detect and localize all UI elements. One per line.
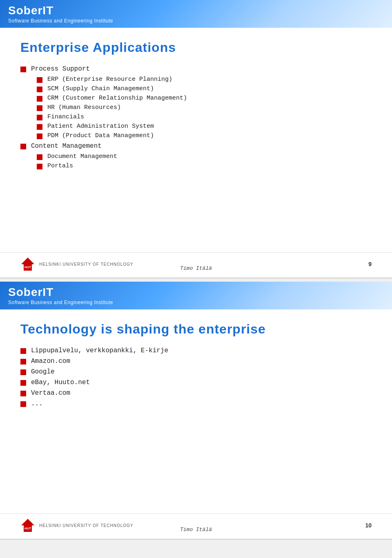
list-item: Patient Administration System	[37, 123, 372, 130]
bullet-icon	[20, 369, 26, 375]
bullet-icon	[37, 105, 42, 111]
list-item: eBay, Huuto.net	[20, 379, 372, 386]
bullet-icon	[37, 96, 42, 102]
bullet-icon	[20, 67, 26, 72]
list-item: Vertaa.com	[20, 389, 372, 397]
footer-author: Timo Itälä	[180, 527, 212, 533]
item-label: Google	[31, 368, 55, 376]
sub-item-label: Document Management	[47, 153, 117, 160]
slide-2-header: SoberIT Software Business and Engineerin…	[0, 282, 392, 309]
bullet-icon	[20, 391, 26, 396]
sub-list-container-content: Document Management Portals	[20, 153, 372, 169]
list-item-label: Content Management	[31, 142, 102, 150]
sub-item-label: CRM (Customer Relationship Management)	[47, 95, 187, 102]
slide-1-header: SoberIT Software Business and Engineerin…	[0, 0, 392, 28]
list-item-content-management: Content Management	[20, 142, 372, 150]
list-item: Google	[20, 368, 372, 376]
list-item: ERP (Enterprise Resource Planning)	[37, 76, 372, 83]
bullet-icon	[37, 133, 42, 139]
list-item: PDM (Product Data Management)	[37, 132, 372, 139]
hut-logo-icon: HUT	[20, 518, 35, 533]
bullet-icon	[37, 164, 42, 169]
bullet-icon	[20, 359, 26, 365]
item-label: Lippupalvelu, verkkopankki, E-kirje	[31, 347, 168, 354]
bullet-icon	[20, 348, 26, 354]
footer-logo-area: HUT HELSINKI UNIVERSITY OF TECHNOLOGY	[20, 257, 133, 271]
slide-2-footer: HUT HELSINKI UNIVERSITY OF TECHNOLOGY Ti…	[0, 514, 392, 539]
bullet-icon	[20, 401, 26, 407]
sub-item-label: Patient Administration System	[47, 123, 154, 130]
bullet-icon	[20, 380, 26, 386]
svg-text:HUT: HUT	[24, 527, 31, 530]
list-item: Amazon.com	[20, 358, 372, 365]
sub-item-label: ERP (Enterprise Resource Planning)	[47, 76, 172, 83]
footer-page: 9	[368, 261, 372, 267]
brand: SoberIT Software Business and Engineerin…	[8, 286, 113, 305]
brand-subtitle: Software Business and Engineering Instit…	[8, 18, 113, 24]
slide2-main-list: Lippupalvelu, verkkopankki, E-kirje Amaz…	[20, 347, 372, 407]
list-item: SCM (Supply Chain Management)	[37, 85, 372, 92]
university-name: HELSINKI UNIVERSITY OF TECHNOLOGY	[39, 523, 133, 528]
item-label: eBay, Huuto.net	[31, 379, 90, 386]
list-item: CRM (Customer Relationship Management)	[37, 95, 372, 102]
brand: SoberIT Software Business and Engineerin…	[8, 4, 113, 24]
svg-text:HUT: HUT	[24, 265, 31, 269]
slide-1-footer: HUT HELSINKI UNIVERSITY OF TECHNOLOGY Ti…	[0, 252, 392, 278]
list-item-process-support: Process Support	[20, 65, 372, 73]
footer-logo-area: HUT HELSINKI UNIVERSITY OF TECHNOLOGY	[20, 518, 133, 533]
list-item-label: Process Support	[31, 65, 90, 73]
bullet-icon	[20, 144, 26, 149]
bullet-icon	[37, 154, 42, 160]
sub-item-label: PDM (Product Data Management)	[47, 132, 154, 139]
bullet-icon	[37, 124, 42, 130]
hut-logo-icon: HUT	[20, 257, 35, 271]
slide-2: SoberIT Software Business and Engineerin…	[0, 282, 392, 540]
footer-page: 10	[365, 522, 372, 529]
list-item: Portals	[37, 162, 372, 169]
brand-title: SoberIT	[8, 4, 113, 17]
sub-list-container-process: ERP (Enterprise Resource Planning) SCM (…	[20, 76, 372, 139]
sub-list-process: ERP (Enterprise Resource Planning) SCM (…	[37, 76, 372, 139]
slide-1: SoberIT Software Business and Engineerin…	[0, 0, 392, 278]
slide-1-title: Enterprise Applications	[20, 40, 372, 55]
sub-item-label: SCM (Supply Chain Management)	[47, 85, 154, 92]
item-label: ...	[31, 400, 43, 407]
slide-1-content: Enterprise Applications Process Support …	[0, 28, 392, 252]
slide-2-title: Technology is shaping the enterprise	[20, 322, 372, 337]
item-label: Amazon.com	[31, 358, 70, 365]
list-item: Document Management	[37, 153, 372, 160]
sub-item-label: HR (Human Resources)	[47, 104, 121, 111]
list-item: Financials	[37, 113, 372, 120]
footer-author: Timo Itälä	[180, 265, 212, 271]
sub-list-content: Document Management Portals	[37, 153, 372, 169]
university-name: HELSINKI UNIVERSITY OF TECHNOLOGY	[39, 262, 133, 267]
main-list: Process Support ERP (Enterprise Resource…	[20, 65, 372, 169]
item-label: Vertaa.com	[31, 389, 70, 397]
brand-subtitle: Software Business and Engineering Instit…	[8, 300, 113, 305]
sub-item-label: Portals	[47, 162, 73, 169]
slide-2-content: Technology is shaping the enterprise Lip…	[0, 309, 392, 514]
sub-item-label: Financials	[47, 113, 84, 120]
bullet-icon	[37, 77, 42, 83]
bullet-icon	[37, 115, 42, 120]
list-item: HR (Human Resources)	[37, 104, 372, 111]
bullet-icon	[37, 87, 42, 92]
brand-title: SoberIT	[8, 286, 113, 299]
list-item: Lippupalvelu, verkkopankki, E-kirje	[20, 347, 372, 354]
list-item: ...	[20, 400, 372, 407]
